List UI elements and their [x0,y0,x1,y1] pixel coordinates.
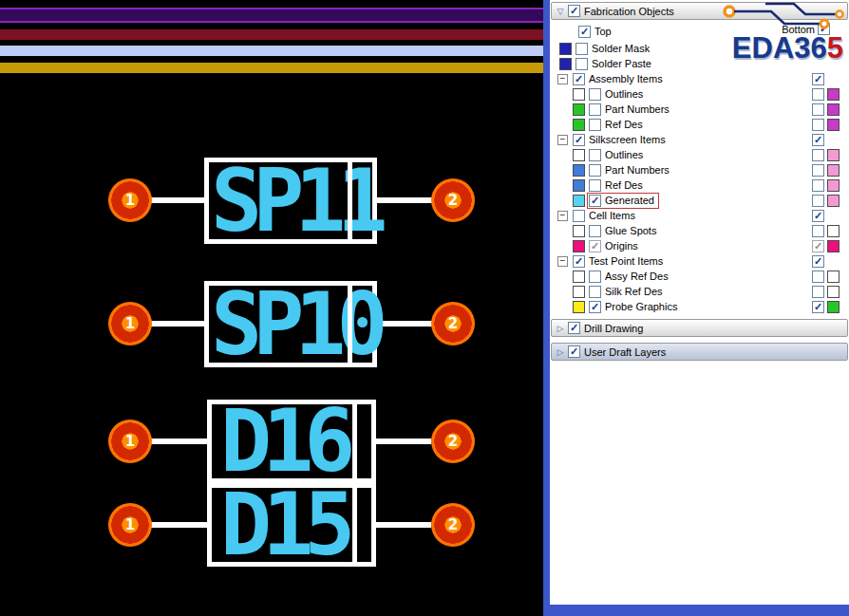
layer-row-assembly-ref-des[interactable]: Ref Des [550,117,849,132]
layer-checkbox[interactable] [575,58,588,70]
bottom-layer-checkbox[interactable] [812,119,824,131]
pad-1[interactable]: 1 [108,178,152,222]
color-swatch[interactable] [573,179,585,192]
bottom-color-swatch[interactable] [827,271,840,283]
layer-row-assembly-part-numbers[interactable]: Part Numbers [550,102,849,117]
pad-2[interactable]: 2 [431,302,475,345]
layer-checkbox[interactable] [589,271,601,283]
layer-group-test-point-items[interactable]: − ✓ Test Point Items ✓ [550,253,849,269]
bottom-layer-checkbox[interactable]: ✓ [812,255,824,268]
layer-checkbox[interactable]: ✓ [589,301,601,313]
section-header-user-draft-layers[interactable]: ▷ ✓ User Draft Layers [551,343,848,361]
bottom-layer-checkbox[interactable] [812,179,824,192]
bottom-layer-checkbox[interactable] [812,225,824,237]
layer-group-assembly-items[interactable]: − ✓ Assembly Items ✓ [550,71,849,86]
layer-checkbox[interactable] [589,286,601,298]
bottom-layer-checkbox[interactable] [812,195,824,207]
panel-splitter[interactable] [543,0,550,616]
pcb-design-canvas[interactable]: 1 2 SP11 1 2 SP10 1 2 D16 1 2 D15 [0,0,543,616]
bottom-layer-checkbox[interactable] [812,88,824,101]
pad-1[interactable]: 1 [108,302,152,345]
bottom-layer-checkbox[interactable]: ✓ [812,134,824,146]
layer-checkbox[interactable] [589,119,601,131]
layer-checkbox[interactable]: ✓ [573,134,585,146]
layer-row-silkscreen-part-numbers[interactable]: Part Numbers [550,162,849,177]
color-swatch[interactable] [573,119,585,131]
layer-checkbox[interactable]: ✓ [573,255,585,268]
layer-checkbox[interactable]: ✓ [573,73,585,85]
user-draft-layers-checkbox[interactable]: ✓ [568,345,580,358]
bottom-column-header[interactable]: Bottom ✓ [782,23,830,35]
layer-row-silkscreen-outlines[interactable]: Outlines [550,147,849,162]
pad-1[interactable]: 1 [108,420,152,463]
color-swatch[interactable] [573,149,585,161]
layer-row-silk-ref-des[interactable]: Silk Ref Des [550,284,849,299]
color-swatch[interactable] [573,88,585,101]
pad-2[interactable]: 2 [431,420,475,463]
section-header-drill-drawing[interactable]: ▷ ✓ Drill Drawing [551,319,848,337]
bottom-color-swatch[interactable] [827,149,840,161]
layer-checkbox[interactable] [589,149,601,161]
collapse-icon[interactable]: − [557,135,568,145]
bottom-color-swatch[interactable] [827,119,840,131]
layer-checkbox[interactable] [589,225,601,237]
layer-checkbox[interactable] [575,43,588,55]
section-header-fabrication-objects[interactable]: ▽ ✓ Fabrication Objects [551,2,848,20]
collapse-icon[interactable]: − [557,256,568,267]
bottom-color-swatch[interactable] [827,286,840,298]
bottom-layer-checkbox[interactable] [812,164,824,177]
pad-1[interactable]: 1 [108,503,152,547]
bottom-layer-checkbox[interactable] [812,271,824,283]
bottom-color-swatch[interactable] [827,179,840,192]
color-swatch[interactable] [573,301,585,313]
bottom-color-swatch[interactable] [827,301,840,313]
layer-checkbox[interactable]: ✓ [589,240,601,252]
bottom-layer-checkbox[interactable] [812,286,824,298]
collapse-icon[interactable]: − [557,211,568,221]
bottom-layer-checkbox[interactable] [812,103,824,116]
bottom-color-swatch[interactable] [827,225,840,237]
fabrication-objects-checkbox[interactable]: ✓ [568,5,580,17]
layer-checkbox[interactable] [589,179,601,192]
pad-2[interactable]: 2 [431,178,475,222]
bottom-layer-checkbox[interactable]: ✓ [812,240,824,252]
color-swatch[interactable] [573,164,585,177]
color-swatch[interactable] [559,43,572,55]
layer-checkbox[interactable] [573,210,585,222]
layer-checkbox[interactable] [589,164,601,177]
drill-drawing-checkbox[interactable]: ✓ [568,322,580,334]
bottom-checkbox[interactable]: ✓ [818,23,830,35]
bottom-color-swatch[interactable] [827,240,840,252]
bottom-color-swatch[interactable] [827,164,840,177]
layer-row-glue-spots[interactable]: Glue Spots [550,223,849,238]
layer-row-origins[interactable]: ✓ Origins ✓ [550,238,849,253]
layer-group-silkscreen-items[interactable]: − ✓ Silkscreen Items ✓ [550,132,849,147]
color-swatch[interactable] [573,271,585,283]
bottom-layer-checkbox[interactable] [812,149,824,161]
filter-triangle-icon: ▽ [556,7,565,16]
layer-row-silkscreen-ref-des[interactable]: Ref Des [550,177,849,193]
color-swatch[interactable] [573,240,585,252]
layer-checkbox[interactable]: ✓ [589,195,601,207]
layer-row-assy-ref-des[interactable]: Assy Ref Des [550,269,849,284]
color-swatch[interactable] [573,286,585,298]
layer-checkbox[interactable] [589,88,601,101]
color-swatch[interactable] [573,225,585,237]
bottom-color-swatch[interactable] [827,88,840,101]
collapse-icon[interactable]: − [557,74,568,84]
bottom-layer-checkbox[interactable]: ✓ [812,301,824,313]
pad-2[interactable]: 2 [431,503,475,547]
color-swatch[interactable] [573,103,585,116]
layer-row-assembly-outlines[interactable]: Outlines [550,86,849,102]
bottom-layer-checkbox[interactable]: ✓ [812,73,824,85]
layer-group-cell-items[interactable]: − Cell Items ✓ [550,208,849,223]
color-swatch[interactable] [559,58,572,70]
bottom-color-swatch[interactable] [827,103,840,116]
bottom-color-swatch[interactable] [827,195,840,207]
layer-row-silkscreen-generated[interactable]: ✓ Generated [550,193,849,208]
color-swatch[interactable] [573,195,585,207]
layer-row-probe-graphics[interactable]: ✓ Probe Graphics ✓ [550,299,849,314]
bottom-layer-checkbox[interactable]: ✓ [812,210,824,222]
layer-checkbox[interactable] [589,103,601,116]
top-checkbox[interactable]: ✓ [578,26,591,38]
